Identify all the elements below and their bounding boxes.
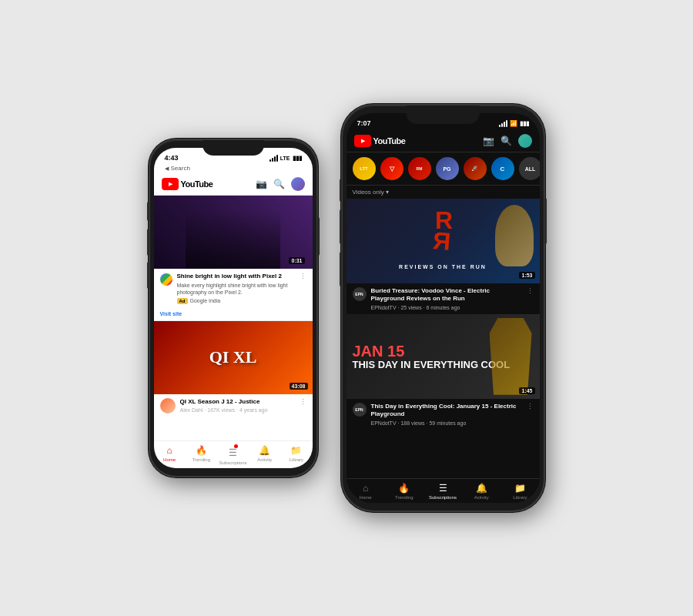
nav-label-library-2: Library [513,495,527,500]
sub-rocket[interactable]: 🚀 [464,157,487,180]
nav-home-1[interactable]: ⌂ Home [154,441,186,468]
nav-subs-2[interactable]: ☰ Subscriptions [424,479,462,503]
nav-label-subs-1: Subscriptions [219,460,246,465]
search-icon-1[interactable]: 🔍 [273,179,285,189]
avatar-2[interactable] [518,134,532,148]
duration-badge-qi: 43:08 [290,383,308,390]
video-camera-icon-1[interactable]: 📷 [256,179,267,189]
video-more-qi[interactable]: ⋮ [300,398,306,413]
ad-visit[interactable]: Visit site [154,308,313,320]
library-icon-2: 📁 [514,483,526,494]
status-right-1: LTE ▮▮▮ [270,155,302,162]
nav-library-1[interactable]: 📁 Library [280,441,312,468]
qi-thumb-text: QI XL [209,347,257,367]
channel-name-qi: Alex Dahl [180,407,203,413]
nav-home-2[interactable]: ⌂ Home [346,479,385,503]
nav-label-trending-1: Trending [192,457,210,462]
wifi-icon-2: 📶 [510,120,517,127]
subs-icon-1: ☰ [229,447,237,458]
home-icon-2: ⌂ [363,483,368,494]
ad-source: Google India [190,298,221,303]
pixel2-thumb: 0:31 [154,196,313,269]
network-type-1: LTE [280,156,290,161]
jan15-text: JAN 15 THIS DAY IN EVERYTHING COOL [353,343,511,370]
age-jan15: 59 minutes ago [429,420,466,426]
video-title-reviews: Buried Treasure: Voodoo Vince - Electric… [371,287,522,303]
sub-c[interactable]: C [491,157,514,180]
views-qi: 167K views [207,407,235,413]
video-info-reviews: EPN Buried Treasure: Voodoo Vince - Elec… [346,283,540,314]
ad-card-1: 0:31 Shine bright in low light with Pixe… [154,196,313,321]
sub-redmeat[interactable]: RM [408,157,431,180]
video-camera-icon-2[interactable]: 📷 [483,136,494,146]
sub-vessel[interactable]: ▽ [380,157,403,180]
notch-2 [407,105,480,124]
channel-reviews: EPNdotTV [371,305,397,310]
video-sub-qi: Alex Dahl · 167K views · 4 years ago [180,407,295,413]
content-2: R R REVIEWS ON THE RUN 1:53 EPN Buried T… [346,199,540,478]
yt-logo-1: YouTube [162,178,256,190]
ad-title: Shine bright in low light with Pixel 2 [177,273,295,280]
avatar-1[interactable] [291,177,305,191]
yt-header-icons-2: 📷 🔍 [483,134,532,148]
sub-all[interactable]: ALL [519,157,540,180]
sub-pg[interactable]: PG [436,157,459,180]
sub-linus[interactable]: LTT [353,157,376,180]
notch-1 [203,140,264,156]
subs-dot-1 [234,444,238,448]
ad-badge-row: Ad Google India [177,298,295,304]
phone-1: 4:43 LTE ▮▮▮ ◀ Search YouTube [149,139,318,477]
video-more-reviews[interactable]: ⋮ [527,287,534,310]
sub-status-text-1: Search [171,165,190,172]
yt-logo-icon-2 [354,135,371,147]
phone-2: 7:07 📶 ▮▮▮ YouTube 📷 🔍 [341,104,545,512]
filter-chevron: ▾ [386,189,389,196]
time-2: 7:07 [357,119,371,127]
nav-trending-1[interactable]: 🔥 Trending [186,441,217,468]
yt-logo-text-2: YouTube [373,136,406,146]
ad-meta: Shine bright in low light with Pixel 2 M… [177,273,295,304]
filter-row: Videos only ▾ [346,186,540,199]
nav-label-trending-2: Trending [395,495,413,500]
nav-label-activity-1: Activity [257,457,272,462]
video-info-jan15: EPN This Day in Everything Cool: January… [346,399,540,430]
age-reviews: 6 minutes ago [427,305,460,310]
trending-icon-2: 🔥 [398,483,410,494]
subs-icon-2: ☰ [439,483,447,494]
subs-row: LTT ▽ RM PG 🚀 C ALL [346,152,540,186]
views-jan15: 188 views [400,420,424,426]
video-title-jan15: This Day in Everything Cool: January 15 … [371,403,522,419]
bottom-nav-2: ⌂ Home 🔥 Trending ☰ Subscriptions 🔔 Acti… [346,478,540,503]
bottom-nav-1: ⌂ Home 🔥 Trending ☰ Subscriptions 🔔 Acti… [154,440,313,468]
yt-logo-2: YouTube [354,135,483,147]
video-meta-qi: QI XL Season J 12 - Justice Alex Dahl · … [180,398,295,413]
subs-icon-wrap-1: ☰ [229,445,237,459]
nav-label-library-1: Library [290,457,303,462]
ad-header: Shine bright in low light with Pixel 2 M… [154,269,313,308]
search-icon-2[interactable]: 🔍 [500,136,512,146]
views-reviews: 25 views [400,305,421,310]
video-card-reviews: R R REVIEWS ON THE RUN 1:53 EPN Buried T… [346,199,540,314]
content-1: 0:31 Shine bright in low light with Pixe… [154,196,313,440]
epn-icon-1: EPN [353,287,367,301]
filter-button[interactable]: Videos only ▾ [353,189,389,196]
yt-logo-icon-1 [162,178,179,190]
yt-logo-text-1: YouTube [181,179,213,189]
video-meta-reviews: Buried Treasure: Voodoo Vince - Electric… [371,287,522,310]
nav-activity-2[interactable]: 🔔 Activity [462,479,500,503]
nav-activity-1[interactable]: 🔔 Activity [249,441,280,468]
nav-subs-1[interactable]: ☰ Subscriptions [217,441,249,468]
battery-1: ▮▮▮ [293,155,302,162]
ad-more-icon[interactable]: ⋮ [300,273,306,280]
status-right-2: 📶 ▮▮▮ [499,120,529,127]
activity-icon-1: 🔔 [259,445,270,456]
nav-library-2[interactable]: 📁 Library [500,479,539,503]
nav-trending-2[interactable]: 🔥 Trending [385,479,424,503]
ad-desc: Make every highlight shine bright with l… [177,282,295,296]
qi-thumb: QI XL 43:08 [154,321,313,394]
trending-icon-1: 🔥 [196,445,207,456]
yt-header-1: YouTube 📷 🔍 [154,173,313,196]
time-1: 4:43 [165,154,179,162]
filter-label: Videos only [353,189,384,196]
video-more-jan15[interactable]: ⋮ [527,403,534,426]
